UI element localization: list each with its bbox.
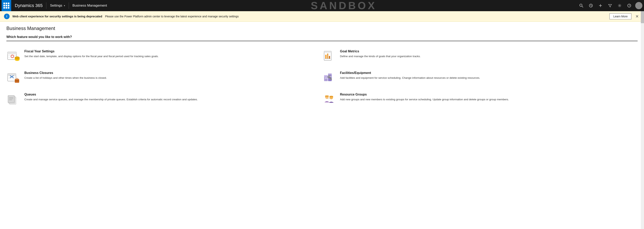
goal-metrics-title: Goal Metrics: [340, 50, 633, 53]
nav-icons-group: ?: [577, 1, 642, 10]
business-closures-text: Business Closures Create a list of holid…: [24, 71, 317, 80]
environment-label: SANDBOX: [111, 0, 577, 12]
queues-title: Queues: [24, 93, 317, 96]
scrollbar-thumb[interactable]: [641, 11, 644, 23]
fiscal-year-icon: [6, 50, 21, 64]
svg-rect-22: [327, 54, 328, 59]
business-closures-icon: [6, 71, 21, 86]
chevron-down-icon: ▾: [64, 5, 65, 7]
notification-bold-text: Web client experience for security setti…: [12, 15, 102, 18]
svg-rect-26: [8, 74, 16, 76]
help-icon: ?: [627, 4, 631, 8]
queues-text: Queues Create and manage service queues,…: [24, 93, 317, 102]
svg-rect-37: [328, 74, 332, 75]
fiscal-year-title: Fiscal Year Settings: [24, 50, 317, 53]
svg-rect-20: [324, 51, 331, 53]
section-question: Which feature would you like to work wit…: [6, 35, 638, 41]
goal-metrics-desc: Define and manage the kinds of goals tha…: [340, 54, 633, 58]
page-title: Business Management: [6, 26, 638, 31]
svg-rect-39: [326, 78, 327, 79]
svg-rect-51: [325, 96, 329, 97]
svg-point-0: [580, 4, 582, 7]
svg-rect-23: [329, 56, 330, 59]
feature-item-queues[interactable]: Queues Create and manage service queues,…: [6, 89, 322, 111]
history-button[interactable]: [586, 1, 595, 10]
gear-icon: [618, 4, 622, 8]
svg-text:?: ?: [628, 4, 630, 7]
svg-point-6: [619, 5, 620, 6]
notification-message: Please use the Power Platform admin cent…: [105, 15, 607, 18]
svg-marker-5: [608, 5, 612, 7]
notification-bar: i Web client experience for security set…: [0, 11, 644, 22]
resource-groups-icon: [322, 93, 336, 107]
svg-rect-21: [325, 55, 326, 59]
module-label: Business Management: [69, 4, 111, 8]
feature-grid: Fiscal Year Settings Set the start date,…: [6, 46, 638, 111]
close-notification-button[interactable]: ✕: [634, 14, 640, 19]
top-navigation: Dynamics 365 Settings ▾ Business Managem…: [0, 0, 644, 11]
help-button[interactable]: ?: [625, 1, 634, 10]
svg-rect-11: [8, 54, 16, 54]
feature-item-facilities[interactable]: Facilities/Equipment Add facilities and …: [322, 68, 638, 89]
scrollbar-track[interactable]: [641, 11, 644, 115]
resource-groups-desc: Add new groups and new members to existi…: [340, 98, 633, 102]
svg-rect-38: [325, 78, 326, 79]
svg-rect-32: [16, 78, 18, 80]
facilities-text: Facilities/Equipment Add facilities and …: [340, 71, 633, 80]
history-icon: [589, 4, 593, 8]
add-button[interactable]: [596, 1, 605, 10]
goal-metrics-icon: [322, 50, 336, 64]
info-icon: i: [4, 14, 10, 19]
svg-rect-53: [330, 96, 333, 97]
gear-button[interactable]: [615, 1, 624, 10]
feature-item-goal-metrics[interactable]: Goal Metrics Define and manage the kinds…: [322, 46, 638, 68]
search-button[interactable]: [577, 1, 586, 10]
resource-groups-title: Resource Groups: [340, 93, 633, 96]
queues-desc: Create and manage service queues, and ma…: [24, 98, 317, 102]
learn-more-button[interactable]: Learn More: [610, 13, 632, 19]
filter-icon: [608, 4, 612, 8]
fiscal-year-text: Fiscal Year Settings Set the start date,…: [24, 50, 317, 58]
svg-rect-36: [324, 75, 328, 77]
feature-item-business-closures[interactable]: Business Closures Create a list of holid…: [6, 68, 322, 89]
svg-rect-41: [330, 76, 331, 77]
settings-label: Settings: [50, 4, 62, 8]
add-icon: [598, 4, 602, 8]
facilities-icon: [322, 71, 336, 86]
goal-metrics-text: Goal Metrics Define and manage the kinds…: [340, 50, 633, 58]
business-closures-desc: Create a list of holidays and other time…: [24, 76, 317, 80]
queues-icon: [6, 93, 21, 107]
business-closures-title: Business Closures: [24, 71, 317, 75]
feature-item-resource-groups[interactable]: Resource Groups Add new groups and new m…: [322, 89, 638, 111]
svg-line-1: [582, 6, 583, 8]
facilities-title: Facilities/Equipment: [340, 71, 633, 75]
feature-item-fiscal-year[interactable]: Fiscal Year Settings Set the start date,…: [6, 46, 322, 68]
search-icon: [579, 4, 583, 8]
filter-button[interactable]: [606, 1, 614, 10]
user-avatar[interactable]: [635, 2, 642, 9]
waffle-icon: [4, 3, 10, 9]
facilities-desc: Add facilities and equipment for service…: [340, 76, 633, 80]
fiscal-year-desc: Set the start date, template, and displa…: [24, 54, 317, 58]
page-content: Business Management Which feature would …: [0, 22, 644, 115]
settings-dropdown[interactable]: Settings ▾: [46, 0, 68, 11]
resource-groups-text: Resource Groups Add new groups and new m…: [340, 93, 633, 102]
svg-rect-46: [8, 96, 14, 103]
waffle-menu[interactable]: [2, 0, 11, 11]
app-brand: Dynamics 365: [11, 3, 46, 8]
